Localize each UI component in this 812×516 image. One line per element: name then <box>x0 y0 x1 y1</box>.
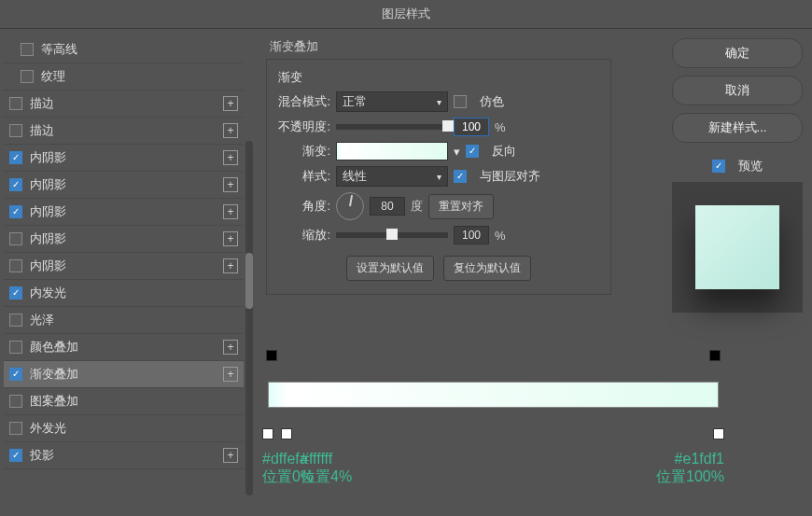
settings-panel: 渐变叠加 渐变 混合模式: 正常 ▾ 仿色 不透明度: % <box>247 29 663 516</box>
effect-label: 渐变叠加 <box>30 366 223 383</box>
reverse-checkbox[interactable] <box>466 145 479 158</box>
color-stop[interactable] <box>713 428 724 439</box>
effect-label: 描边 <box>30 122 223 139</box>
gradient-swatch[interactable] <box>336 142 448 160</box>
effect-checkbox[interactable] <box>9 286 22 300</box>
chevron-down-icon: ▾ <box>437 97 441 107</box>
plus-icon[interactable]: + <box>223 150 238 165</box>
color-stop[interactable] <box>262 428 273 439</box>
effect-checkbox[interactable] <box>9 449 22 462</box>
effect-checkbox[interactable] <box>21 70 34 83</box>
sidebar-item[interactable]: 渐变叠加+ <box>4 361 244 388</box>
effect-checkbox[interactable] <box>9 124 22 137</box>
sidebar-item[interactable]: 颜色叠加+ <box>4 334 244 361</box>
anno-color: #ffffff <box>301 451 332 467</box>
plus-icon[interactable]: + <box>223 123 238 138</box>
pct-sign: % <box>495 229 506 243</box>
sidebar-item[interactable]: 等高线 <box>4 36 244 63</box>
sidebar-item[interactable]: 内阴影+ <box>4 226 244 253</box>
opacity-input[interactable] <box>454 118 489 136</box>
effect-checkbox[interactable] <box>9 422 22 435</box>
dither-label: 仿色 <box>480 93 504 110</box>
sidebar-item[interactable]: 外发光 <box>4 415 244 442</box>
preview-thumbnail <box>672 182 803 313</box>
sidebar-item[interactable]: 内阴影+ <box>4 253 244 280</box>
sidebar-item[interactable]: 投影+ <box>4 442 244 469</box>
effects-sidebar: 等高线纹理描边+描边+内阴影+内阴影+内阴影+内阴影+内阴影+内发光光泽颜色叠加… <box>0 29 247 516</box>
sidebar-item[interactable]: 内阴影+ <box>4 199 244 226</box>
plus-icon[interactable]: + <box>223 96 238 111</box>
scale-thumb[interactable] <box>386 229 398 240</box>
blend-mode-select[interactable]: 正常 ▾ <box>336 91 448 112</box>
sidebar-item[interactable]: 描边+ <box>4 118 244 145</box>
effect-label: 内阴影 <box>30 149 223 166</box>
preview-label: 预览 <box>738 158 763 174</box>
effect-label: 内阴影 <box>30 258 223 274</box>
style-select[interactable]: 线性 ▾ <box>336 166 448 187</box>
effect-checkbox[interactable] <box>9 151 22 164</box>
chevron-down-icon[interactable]: ▾ <box>454 145 460 159</box>
opacity-thumb[interactable] <box>442 120 454 132</box>
effect-checkbox[interactable] <box>9 395 22 408</box>
opacity-stop[interactable] <box>266 350 277 361</box>
gradient-bar[interactable] <box>268 382 719 408</box>
effect-label: 外发光 <box>30 420 238 437</box>
gradient-subgroup: 渐变 混合模式: 正常 ▾ 仿色 不透明度: % 渐变: <box>266 59 611 295</box>
plus-icon[interactable]: + <box>223 231 238 246</box>
gradient-label: 渐变: <box>278 143 330 160</box>
effect-label: 内阴影 <box>30 203 223 220</box>
plus-icon[interactable]: + <box>223 367 238 382</box>
scale-slider[interactable] <box>336 232 448 238</box>
sidebar-item[interactable]: 内阴影+ <box>4 172 244 199</box>
effect-checkbox[interactable] <box>9 97 22 110</box>
reverse-label: 反向 <box>492 143 516 160</box>
plus-icon[interactable]: + <box>223 204 238 219</box>
effect-checkbox[interactable] <box>9 341 22 354</box>
sidebar-item[interactable]: 描边+ <box>4 91 244 118</box>
window-title: 图层样式 <box>0 0 812 29</box>
effect-checkbox[interactable] <box>9 259 22 272</box>
plus-icon[interactable]: + <box>223 340 238 355</box>
reset-default-button[interactable]: 复位为默认值 <box>443 256 531 281</box>
new-style-button[interactable]: 新建样式... <box>672 113 803 143</box>
preview-square <box>695 205 779 289</box>
sidebar-item[interactable]: 内阴影+ <box>4 145 244 172</box>
preview-checkbox[interactable] <box>712 160 725 173</box>
subtitle: 渐变 <box>278 69 599 86</box>
effect-checkbox[interactable] <box>9 368 22 381</box>
set-default-button[interactable]: 设置为默认值 <box>346 256 434 281</box>
reset-align-button[interactable]: 重置对齐 <box>428 194 494 219</box>
angle-dial[interactable] <box>336 192 364 220</box>
effect-checkbox[interactable] <box>9 314 22 327</box>
sidebar-item[interactable]: 内发光 <box>4 280 244 307</box>
opacity-stop[interactable] <box>709 350 721 361</box>
ok-button[interactable]: 确定 <box>672 38 803 68</box>
plus-icon[interactable]: + <box>223 258 238 273</box>
effect-checkbox[interactable] <box>9 178 22 191</box>
gradient-annotations: #dffefa 位置0% #ffffff 位置4% #e1fdf1 位置100% <box>262 451 724 487</box>
blend-mode-label: 混合模式: <box>278 93 330 110</box>
effect-checkbox[interactable] <box>9 205 22 218</box>
effect-label: 等高线 <box>41 41 238 58</box>
effect-label: 内阴影 <box>30 176 223 193</box>
chevron-down-icon: ▾ <box>437 172 441 182</box>
align-checkbox[interactable] <box>454 170 467 183</box>
cancel-button[interactable]: 取消 <box>672 76 803 105</box>
scale-input[interactable] <box>454 226 489 244</box>
sidebar-item[interactable]: 图案叠加 <box>4 388 244 415</box>
sidebar-item[interactable]: 光泽 <box>4 307 244 334</box>
sidebar-item[interactable]: 纹理 <box>4 63 244 91</box>
effect-label: 投影 <box>30 447 223 464</box>
group-title: 渐变叠加 <box>262 38 648 55</box>
plus-icon[interactable]: + <box>223 177 238 192</box>
effect-checkbox[interactable] <box>9 232 22 245</box>
angle-label: 角度: <box>278 198 330 215</box>
angle-input[interactable] <box>370 197 405 216</box>
dither-checkbox[interactable] <box>454 95 467 108</box>
plus-icon[interactable]: + <box>223 448 238 463</box>
blend-mode-value: 正常 <box>343 93 367 110</box>
color-stop[interactable] <box>281 428 292 439</box>
opacity-slider[interactable] <box>336 124 448 130</box>
scale-label: 缩放: <box>278 227 330 244</box>
effect-checkbox[interactable] <box>21 43 34 56</box>
